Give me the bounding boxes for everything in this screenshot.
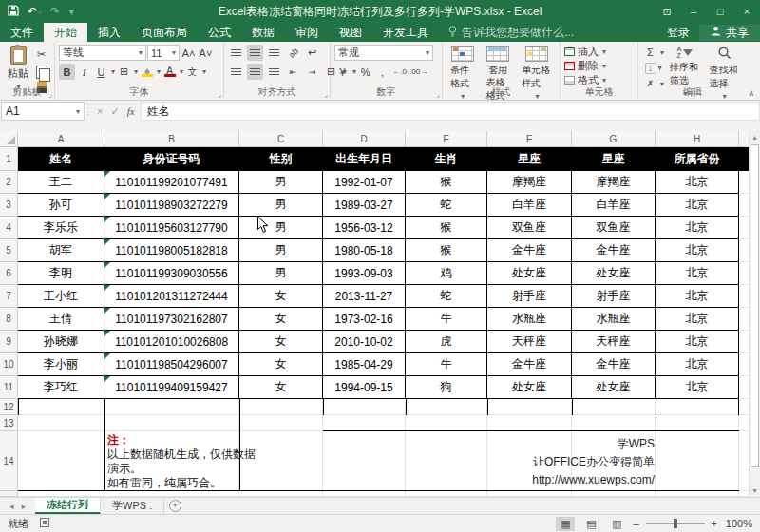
row-header-7[interactable]: 7 — [0, 285, 18, 308]
cell[interactable]: 摩羯座 — [487, 171, 572, 194]
cell[interactable] — [656, 415, 739, 431]
cell[interactable]: 牛 — [406, 308, 487, 331]
insert-function-icon[interactable]: fx — [127, 105, 135, 117]
cell[interactable]: 男 — [239, 171, 323, 194]
view-page-layout-icon[interactable]: ▤ — [581, 517, 600, 531]
tab-formulas[interactable]: 公式 — [198, 23, 241, 42]
cell[interactable]: 北京 — [656, 262, 739, 285]
row-header-8[interactable]: 8 — [0, 308, 18, 331]
cell[interactable]: 孙晓娜 — [18, 331, 104, 353]
delete-cells-button[interactable]: 删除 — [578, 59, 598, 73]
cell[interactable]: 金牛座 — [572, 239, 656, 262]
cell[interactable]: 2010-10-02 — [323, 331, 406, 353]
increase-decimal-icon[interactable]: ←.0 — [391, 64, 408, 80]
fill-icon[interactable]: ↓ — [645, 63, 656, 74]
cell[interactable]: 1992-01-07 — [323, 171, 406, 194]
cell[interactable]: 金牛座 — [487, 239, 572, 262]
cell[interactable]: 1993-09-03 — [323, 262, 406, 285]
font-size-select[interactable]: 11▾ — [147, 45, 180, 61]
scroll-up-icon[interactable]: ▲ — [750, 131, 760, 143]
row-header-10[interactable]: 10 — [0, 353, 18, 376]
sheet-tab-active[interactable]: 冻结行列 — [35, 498, 101, 514]
cell[interactable] — [104, 415, 239, 431]
cell[interactable] — [18, 399, 104, 415]
cell[interactable]: 水瓶座 — [572, 308, 656, 331]
view-normal-icon[interactable]: ▦ — [556, 517, 575, 531]
cell[interactable]: 1994-09-15 — [323, 376, 406, 399]
cell[interactable] — [323, 399, 406, 415]
comma-style-icon[interactable]: , — [374, 64, 390, 80]
cell[interactable]: 射手座 — [572, 285, 656, 308]
cell[interactable]: 李小丽 — [18, 353, 104, 376]
formula-input[interactable]: 姓名 — [141, 102, 760, 121]
cell[interactable]: 1985-04-29 — [323, 353, 406, 376]
increase-indent-icon[interactable]: ⇥ — [304, 64, 320, 80]
decrease-font-icon[interactable]: A˅ — [198, 45, 214, 61]
cell[interactable]: 金牛座 — [572, 353, 656, 376]
cell[interactable]: 射手座 — [487, 285, 572, 308]
column-header-F[interactable]: F — [487, 131, 572, 147]
share-button[interactable]: 共享 — [699, 25, 760, 41]
cell[interactable]: 孙可 — [18, 194, 104, 217]
macro-record-icon[interactable] — [40, 518, 49, 529]
select-all-button[interactable] — [0, 131, 18, 147]
cell[interactable]: 110101199409159427 — [104, 376, 239, 399]
cut-icon[interactable]: ✂ — [33, 47, 49, 63]
cell[interactable]: 牛 — [406, 353, 487, 376]
cell[interactable]: 1980-05-18 — [323, 239, 406, 262]
zoom-level[interactable]: 100% — [724, 518, 752, 529]
vertical-scroll-thumb[interactable] — [750, 144, 759, 467]
note-cell[interactable]: 注： 以上数据随机生成，仅供数据 演示。 如有雷同，纯属巧合。 — [107, 433, 297, 490]
cell[interactable]: 女 — [239, 376, 323, 399]
cell[interactable]: 110101198005182818 — [104, 239, 239, 262]
cell[interactable]: 李巧红 — [18, 376, 104, 399]
align-right-icon[interactable] — [266, 64, 282, 80]
align-middle-icon[interactable] — [247, 45, 263, 61]
cell[interactable]: 星座 — [572, 147, 656, 171]
font-color-icon[interactable]: A — [162, 64, 178, 80]
cell[interactable] — [239, 415, 323, 431]
enter-icon[interactable]: ✓ — [110, 105, 119, 118]
cell[interactable] — [572, 399, 656, 415]
cell[interactable]: 双鱼座 — [572, 217, 656, 239]
cell[interactable]: 女 — [239, 285, 323, 308]
column-header-G[interactable]: G — [572, 131, 656, 147]
qat-customize-icon[interactable]: ▾ — [68, 5, 74, 18]
cell[interactable]: 北京 — [656, 217, 739, 239]
alignment-dialog-launcher-icon[interactable]: ⌟ — [324, 90, 328, 99]
tab-home[interactable]: 开始 — [44, 23, 87, 42]
cell[interactable] — [572, 415, 656, 431]
cell[interactable]: 出生年月日 — [323, 147, 406, 171]
number-format-select[interactable]: 常规▾ — [334, 45, 433, 61]
cell[interactable]: 女 — [239, 331, 323, 353]
cell[interactable]: 猴 — [406, 171, 487, 194]
cell[interactable]: 天秤座 — [487, 331, 572, 353]
cell[interactable]: 2013-11-27 — [323, 285, 406, 308]
cell[interactable] — [104, 399, 239, 415]
tell-me-box[interactable]: 告诉我您想要做什么... — [439, 23, 583, 42]
cell[interactable] — [487, 399, 572, 415]
tab-data[interactable]: 数据 — [241, 23, 285, 42]
cell[interactable]: 王小红 — [18, 285, 104, 308]
copy-icon[interactable] — [36, 66, 48, 79]
cell[interactable]: 姓名 — [18, 147, 104, 171]
tab-view[interactable]: 视图 — [329, 23, 372, 42]
underline-button[interactable]: U — [93, 64, 109, 80]
cell[interactable]: 鸡 — [406, 262, 487, 285]
cell[interactable]: 男 — [239, 239, 323, 262]
zoom-in-icon[interactable]: + — [712, 518, 717, 529]
vertical-scrollbar[interactable]: ▲ ▼ — [749, 131, 760, 497]
autosum-icon[interactable]: Σ — [642, 45, 658, 61]
row-header-5[interactable]: 5 — [0, 239, 18, 262]
redo-icon[interactable]: ↷ — [50, 5, 60, 18]
cell[interactable]: 天秤座 — [572, 331, 656, 353]
clipboard-dialog-launcher-icon[interactable]: ⌟ — [48, 90, 52, 99]
cell[interactable] — [323, 415, 406, 431]
cell[interactable]: 1956-03-12 — [323, 217, 406, 239]
zoom-slider-thumb[interactable] — [674, 519, 677, 528]
sheet-next-icon[interactable]: ▸ — [22, 502, 27, 511]
cell[interactable]: 男 — [239, 217, 323, 239]
cell[interactable]: 110101199201077491 — [104, 171, 239, 194]
cell[interactable]: 金牛座 — [487, 353, 572, 376]
font-name-select[interactable]: 等线▾ — [59, 45, 146, 61]
